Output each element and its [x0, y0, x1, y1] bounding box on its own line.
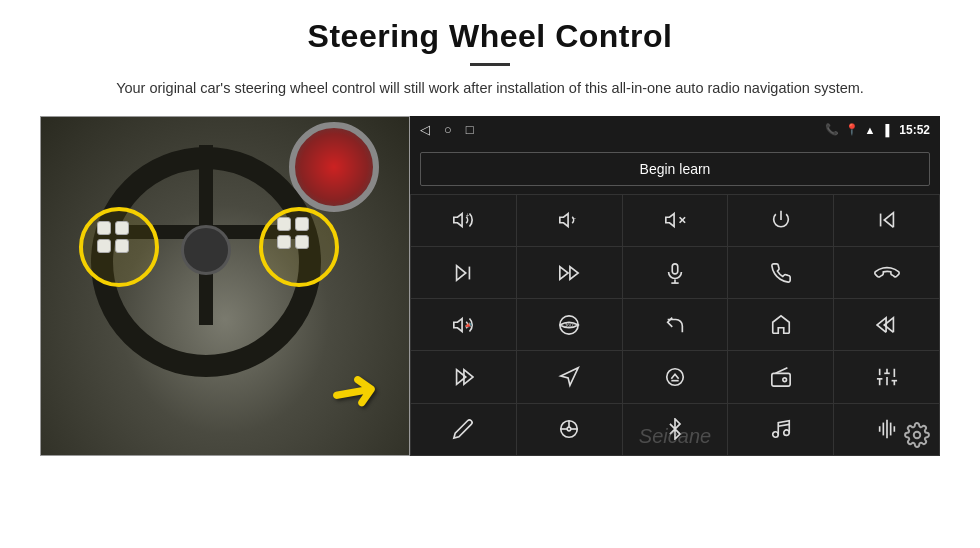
phone-call-button[interactable]	[728, 247, 833, 298]
steering-control-button[interactable]	[517, 404, 622, 455]
nav-recent-icon[interactable]: □	[466, 122, 474, 137]
control-icon-grid: + −	[410, 194, 940, 456]
horn-button[interactable]: 📣	[411, 299, 516, 350]
phone-status-icon: 📞	[825, 123, 839, 136]
svg-marker-2	[560, 214, 568, 227]
svg-marker-0	[454, 214, 462, 227]
phone-prev-button[interactable]	[834, 195, 939, 246]
ctrl-btn-8	[295, 235, 309, 249]
svg-marker-4	[666, 214, 674, 227]
eject-button[interactable]	[623, 351, 728, 402]
page-subtitle: Your original car's steering wheel contr…	[116, 78, 864, 100]
skip-fwd-button[interactable]	[411, 351, 516, 402]
dashboard-gauge	[289, 122, 379, 212]
svg-rect-12	[672, 263, 678, 273]
location-status-icon: 📍	[845, 123, 859, 136]
android-screen: ◁ ○ □ 📞 📍 ▲ ▐ 15:52 Begin learn	[410, 116, 940, 456]
svg-point-25	[783, 378, 787, 382]
skip-back-button[interactable]	[834, 299, 939, 350]
svg-marker-21	[561, 368, 578, 385]
vol-up-button[interactable]: +	[411, 195, 516, 246]
svg-text:+: +	[466, 213, 470, 220]
svg-point-22	[667, 369, 684, 386]
svg-rect-24	[772, 373, 790, 386]
begin-learn-row: Begin learn	[410, 144, 940, 194]
yellow-arrow: ➜	[323, 351, 384, 429]
svg-marker-10	[570, 266, 578, 279]
ctrl-btn-7	[277, 235, 291, 249]
status-right-icons: 📞 📍 ▲ ▐ 15:52	[825, 123, 930, 137]
status-time: 15:52	[899, 123, 930, 137]
ctrl-btn-1	[97, 221, 111, 235]
svg-marker-8	[457, 265, 466, 280]
svg-text:360°: 360°	[565, 322, 575, 328]
music-button[interactable]	[728, 404, 833, 455]
svg-point-44	[784, 430, 790, 436]
next-track-button[interactable]	[411, 247, 516, 298]
wheel-center	[181, 225, 231, 275]
fast-fwd-button[interactable]	[517, 247, 622, 298]
bluetooth-button[interactable]	[623, 404, 728, 455]
ctrl-btn-4	[115, 239, 129, 253]
equalizer-button[interactable]	[834, 351, 939, 402]
status-bar: ◁ ○ □ 📞 📍 ▲ ▐ 15:52	[410, 116, 940, 144]
content-row: ➜ ◁ ○ □ 📞 📍 ▲ ▐ 15:52	[40, 116, 940, 456]
settings-gear-button[interactable]	[902, 420, 932, 450]
pen-button[interactable]	[411, 404, 516, 455]
vol-down-button[interactable]: −	[517, 195, 622, 246]
ctrl-btn-6	[295, 217, 309, 231]
steering-wheel-image: ➜	[40, 116, 410, 456]
svg-marker-11	[560, 266, 568, 279]
svg-text:📣: 📣	[465, 321, 472, 329]
radio-button[interactable]	[728, 351, 833, 402]
page-title: Steering Wheel Control	[308, 18, 673, 55]
ctrl-btn-3	[115, 221, 129, 235]
ctrl-btn-2	[97, 239, 111, 253]
svg-line-45	[778, 425, 789, 427]
svg-marker-15	[454, 318, 462, 331]
title-divider	[470, 63, 510, 66]
nav-back-icon[interactable]: ◁	[420, 122, 430, 137]
svg-text:−: −	[572, 214, 576, 223]
svg-point-43	[773, 432, 779, 438]
svg-point-51	[914, 432, 921, 439]
status-nav-icons: ◁ ○ □	[420, 122, 474, 137]
signal-status-icon: ▐	[882, 124, 890, 136]
navigation-button[interactable]	[517, 351, 622, 402]
nav-home-icon[interactable]: ○	[444, 122, 452, 137]
360-view-button[interactable]: 360°	[517, 299, 622, 350]
home-button[interactable]	[728, 299, 833, 350]
microphone-button[interactable]	[623, 247, 728, 298]
ctrl-btn-5	[277, 217, 291, 231]
mute-button[interactable]	[623, 195, 728, 246]
power-button[interactable]	[728, 195, 833, 246]
wifi-status-icon: ▲	[865, 124, 876, 136]
hang-up-button[interactable]	[834, 247, 939, 298]
back-button[interactable]	[623, 299, 728, 350]
begin-learn-button[interactable]: Begin learn	[420, 152, 930, 186]
svg-point-39	[567, 427, 571, 431]
